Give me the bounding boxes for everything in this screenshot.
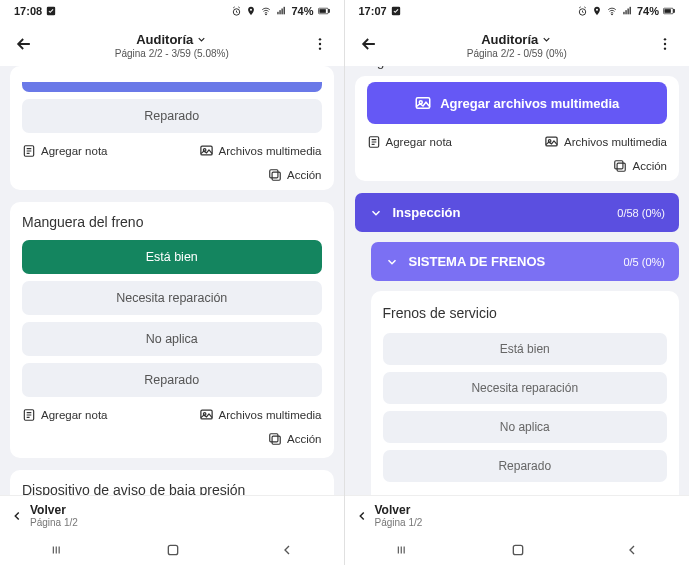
dots-vertical-icon (657, 36, 673, 52)
note-icon (22, 144, 36, 158)
action-button[interactable]: Acción (268, 432, 322, 446)
option-necesita-reparacion[interactable]: Necesita reparación (383, 372, 668, 404)
overflow-menu-button[interactable] (308, 32, 332, 56)
action-button[interactable]: Acción (613, 159, 667, 173)
chevron-down-icon (196, 34, 207, 45)
svg-rect-44 (615, 161, 623, 169)
bottom-bar: Volver Página 1/2 (345, 495, 690, 535)
media-card: Agregar archivos multimedia Agregar nota… (355, 76, 680, 181)
svg-rect-9 (328, 10, 329, 13)
content-scroll[interactable]: Haga una foto del vehículo Agregar archi… (345, 66, 690, 565)
header-title: Auditoría (481, 32, 538, 47)
option-necesita-reparacion[interactable]: Necesita reparación (22, 281, 322, 315)
android-nav-bar (345, 535, 690, 565)
home-button[interactable] (510, 542, 526, 558)
accordion-count: 0/58 (0%) (617, 207, 665, 219)
arrow-left-icon (14, 34, 34, 54)
header-title: Auditoría (136, 32, 193, 47)
status-time: 17:08 (14, 5, 42, 17)
header-center[interactable]: Auditoría Página 2/2 - 3/59 (5.08%) (115, 30, 229, 59)
back-button[interactable] (279, 542, 295, 558)
svg-rect-24 (168, 545, 177, 554)
action-button[interactable]: Acción (268, 168, 322, 182)
bottom-back-button[interactable]: Volver Página 1/2 (10, 503, 78, 528)
recents-button[interactable] (394, 543, 412, 557)
svg-rect-45 (618, 163, 626, 171)
dots-vertical-icon (312, 36, 328, 52)
svg-point-12 (318, 43, 320, 45)
bottom-title: Volver (30, 503, 78, 517)
status-battery: 74% (291, 5, 313, 17)
alarm-icon (577, 6, 588, 17)
svg-rect-10 (319, 9, 325, 13)
svg-point-27 (596, 9, 598, 11)
question-title: Frenos de servicio (383, 305, 668, 321)
multimedia-button[interactable]: Archivos multimedia (544, 134, 667, 149)
add-note-button[interactable]: Agregar nota (367, 135, 453, 149)
svg-point-28 (611, 14, 612, 15)
phone-screen-left: 17:08 74% Auditoría Página 2/2 - 3/59 (5… (0, 0, 345, 565)
chevron-left-icon (10, 509, 24, 523)
status-bar: 17:08 74% (0, 0, 344, 22)
content-scroll[interactable]: Reparado Agregar nota Archivos multimedi… (0, 66, 344, 565)
back-button[interactable] (624, 542, 640, 558)
battery-icon (318, 6, 330, 16)
bottom-back-button[interactable]: Volver Página 1/2 (355, 503, 423, 528)
multimedia-button[interactable]: Archivos multimedia (199, 407, 322, 422)
accordion-count: 0/5 (0%) (623, 256, 665, 268)
svg-rect-7 (284, 7, 285, 14)
question-card-frenos-servicio: Frenos de servicio Está bien Necesita re… (371, 291, 680, 510)
add-note-button[interactable]: Agregar nota (22, 408, 108, 422)
media-icon (544, 134, 559, 149)
option-reparado[interactable]: Reparado (22, 363, 322, 397)
svg-point-11 (318, 38, 320, 40)
add-note-button[interactable]: Agregar nota (22, 144, 108, 158)
svg-point-38 (664, 47, 666, 49)
option-esta-bien[interactable]: Está bien (22, 240, 322, 274)
chevron-left-icon (355, 509, 369, 523)
option-reparado[interactable]: Reparado (383, 450, 668, 482)
bottom-sub: Página 1/2 (375, 517, 423, 528)
svg-rect-18 (272, 172, 280, 180)
accordion-label: Inspección (393, 205, 461, 220)
media-icon (199, 143, 214, 158)
phone-screen-right: 17:07 74% Auditoría Página 2/2 - 0/59 (0… (345, 0, 690, 565)
image-plus-icon (414, 94, 432, 112)
option-hidden-top[interactable] (22, 82, 322, 92)
header-center[interactable]: Auditoría Página 2/2 - 0/59 (0%) (467, 30, 567, 59)
cut-off-title: Haga una foto del vehículo (355, 66, 680, 72)
add-multimedia-button[interactable]: Agregar archivos multimedia (367, 82, 668, 124)
accordion-label: SISTEMA DE FRENOS (409, 254, 546, 269)
action-icon (268, 432, 282, 446)
question-card-manguera: Manguera del freno Está bien Necesita re… (10, 202, 334, 458)
header-subtitle: Página 2/2 - 3/59 (5.08%) (115, 48, 229, 59)
bottom-bar: Volver Página 1/2 (0, 495, 344, 535)
recents-button[interactable] (49, 543, 67, 557)
status-time: 17:07 (359, 5, 387, 17)
multimedia-button[interactable]: Archivos multimedia (199, 143, 322, 158)
svg-point-36 (664, 38, 666, 40)
overflow-menu-button[interactable] (653, 32, 677, 56)
svg-rect-17 (270, 170, 278, 178)
option-esta-bien[interactable]: Está bien (383, 333, 668, 365)
option-no-aplica[interactable]: No aplica (383, 411, 668, 443)
option-no-aplica[interactable]: No aplica (22, 322, 322, 356)
chevron-down-icon (541, 34, 552, 45)
home-button[interactable] (165, 542, 181, 558)
back-button[interactable] (12, 32, 36, 56)
location-icon (592, 6, 602, 16)
arrow-left-icon (359, 34, 379, 54)
back-button[interactable] (357, 32, 381, 56)
accordion-inspeccion[interactable]: Inspección 0/58 (0%) (355, 193, 680, 232)
bottom-sub: Página 1/2 (30, 517, 78, 528)
svg-rect-31 (627, 9, 628, 15)
note-icon (367, 135, 381, 149)
svg-point-3 (266, 14, 267, 15)
app-header: Auditoría Página 2/2 - 3/59 (5.08%) (0, 22, 344, 66)
accordion-sistema-frenos[interactable]: SISTEMA DE FRENOS 0/5 (0%) (371, 242, 680, 281)
signal-icon (276, 6, 287, 16)
svg-point-13 (318, 47, 320, 49)
question-title: Manguera del freno (22, 214, 322, 230)
option-reparado[interactable]: Reparado (22, 99, 322, 133)
action-icon (268, 168, 282, 182)
